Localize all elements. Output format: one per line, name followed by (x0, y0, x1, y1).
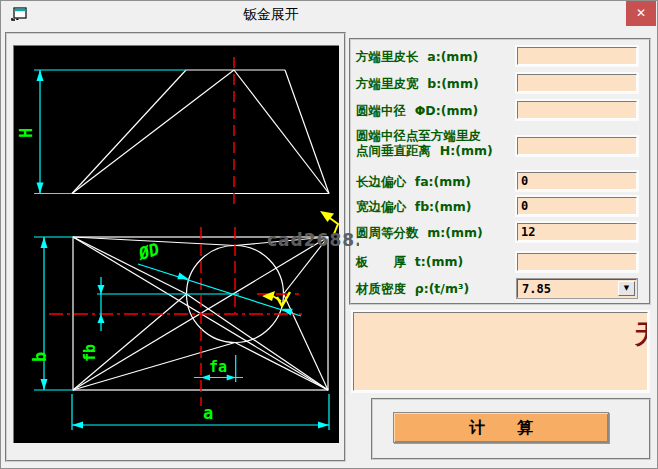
dim-label-b: b (30, 352, 50, 362)
label-m: 圆周等分数 m:(mm) (356, 225, 483, 240)
label-H-line2: 点间垂直距离 H:(mm) (356, 143, 493, 158)
input-fb[interactable] (517, 197, 637, 215)
label-fa: 长边偏心 fa:(mm) (356, 174, 471, 189)
plan-view: b fb ØD fa a (30, 227, 329, 430)
label-H-line1: 圆端中径点至方端里皮 (356, 128, 481, 143)
snap-arrow-circle (262, 291, 290, 306)
label-fb: 宽边偏心 fb:(mm) (356, 199, 472, 214)
label-density: 材质密度 ρ:(t/m³) (356, 281, 469, 296)
sheet-metal-unfold-window: 钣金展开 ✕ cad2688.com (0, 0, 658, 469)
input-b[interactable] (517, 74, 637, 92)
label-phiD: 圆端中径 ΦD:(mm) (356, 103, 478, 118)
titlebar: 钣金展开 ✕ (1, 1, 657, 27)
calculate-button[interactable]: 计 算 (393, 412, 609, 443)
combo-dropdown-arrow-icon[interactable]: ▼ (618, 281, 635, 296)
dim-label-fb: fb (81, 344, 99, 362)
close-button[interactable]: ✕ (626, 1, 656, 26)
density-combobox[interactable]: 7.85 ▼ (517, 279, 637, 298)
dim-label-H: H (16, 128, 36, 138)
dim-label-phiD: ØD (134, 239, 161, 265)
dim-label-a: a (203, 403, 213, 423)
density-value: 7.85 (522, 282, 551, 296)
window-title: 钣金展开 (1, 6, 541, 24)
label-t: 板 厚 t:(mm) (356, 254, 463, 269)
input-m[interactable] (517, 223, 637, 241)
input-a[interactable] (517, 47, 637, 65)
dim-label-fa: fa (209, 358, 227, 376)
label-a: 方端里皮长 a:(mm) (356, 49, 478, 64)
result-textarea[interactable]: 无 (353, 312, 648, 391)
input-fa[interactable] (517, 172, 637, 190)
input-t[interactable] (517, 253, 637, 271)
input-H[interactable] (517, 137, 637, 155)
elevation-view: H (16, 57, 338, 234)
input-phiD[interactable] (517, 101, 637, 119)
result-clipped-text: 无 (635, 317, 648, 357)
label-b: 方端里皮宽 b:(mm) (356, 76, 479, 91)
watermark-text: cad2688.com (267, 230, 359, 250)
